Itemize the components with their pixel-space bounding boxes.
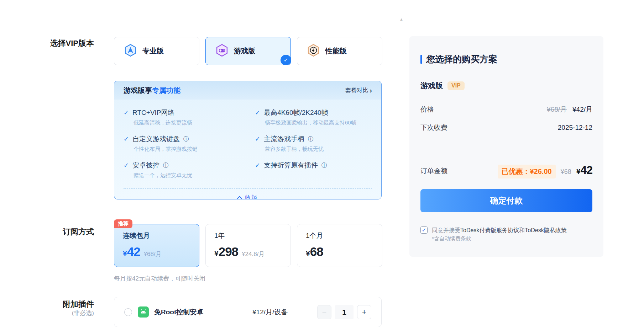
addon-row: 免Root控制安卓 ¥12/月/设备 − 1 + <box>114 297 382 327</box>
info-icon[interactable]: ⓘ <box>321 162 327 169</box>
privacy-policy-link[interactable]: ToDesk隐私政策 <box>525 227 566 233</box>
quantity-value[interactable]: 1 <box>335 305 354 319</box>
check-icon: ✓ <box>255 161 260 169</box>
feature-item: ✓ 支持折算原有插件 ⓘ <box>255 161 372 179</box>
version-option-performance[interactable]: 性能版 <box>297 37 382 65</box>
collapse-section-caret-icon[interactable]: ▲ <box>399 17 403 21</box>
collapse-button[interactable]: 收起 <box>239 193 257 199</box>
addon-section-label: 附加插件 <box>47 299 94 310</box>
plan-per-month: ¥24.8/月 <box>242 250 265 258</box>
selected-check-icon: ✓ <box>281 55 291 65</box>
vip-badge: VIP <box>447 81 465 90</box>
agreement-checkbox[interactable]: ✓ <box>420 226 428 234</box>
service-agreement-link[interactable]: ToDesk付费版服务协议 <box>460 227 519 233</box>
plan-price: 42 <box>127 245 140 259</box>
feature-title: 最高4K60帧/2K240帧 <box>264 108 328 117</box>
features-title-prefix: 游戏版享 <box>124 86 152 94</box>
feature-item: ✓ RTC+VIP网络 低延高清稳，连接更流畅 <box>124 108 255 126</box>
next-charge-label: 下次收费 <box>420 123 447 132</box>
features-title: 游戏版享专属功能 <box>124 86 180 95</box>
check-icon: ✓ <box>124 135 129 143</box>
discount-badge: 已优惠：¥26.00 <box>498 165 556 178</box>
plan-monthly-auto[interactable]: 推荐 连续包月 ¥42 ¥68/月 <box>114 224 199 267</box>
price-row: 价格 ¥68/月 ¥42/月 <box>420 105 592 114</box>
android-icon <box>138 306 149 318</box>
plan-yearly[interactable]: 1年 ¥298 ¥24.8/月 <box>205 224 291 267</box>
feature-title: 主流游戏手柄 <box>264 134 304 144</box>
chevron-up-icon <box>237 196 242 199</box>
price-label: 价格 <box>420 105 434 114</box>
feature-desc: 赠送一个，远控安卓无忧 <box>133 172 255 179</box>
order-amount: 42 <box>580 164 592 177</box>
agreement-text: 同意并接受ToDesk付费版服务协议和ToDesk隐私政策 <box>432 226 567 234</box>
feature-item: ✓ 最高4K60帧/2K240帧 畅享极致画质输出，移动最高支持60帧 <box>255 108 372 126</box>
plan-price: 68 <box>310 245 323 259</box>
feature-desc: 兼容多款手柄，畅玩无忧 <box>265 146 372 153</box>
plan-one-month[interactable]: 1个月 ¥68 <box>297 224 382 267</box>
feature-item: ✓ 自定义游戏键盘 ⓘ 个性化布局，掌控游戏按键 <box>124 134 255 153</box>
feature-item: ✓ 主流游戏手柄 ⓘ 兼容多款手柄，畅玩无忧 <box>255 134 372 153</box>
version-option-game[interactable]: 游戏版 ✓ <box>205 37 291 65</box>
feature-desc: 低延高清稳，连接更流畅 <box>133 119 255 126</box>
compare-plans-label: 套餐对比 <box>345 87 368 94</box>
quantity-decrease-button[interactable]: − <box>317 305 331 319</box>
order-currency-symbol: ¥ <box>576 167 581 176</box>
feature-title: 自定义游戏键盘 <box>132 134 180 144</box>
info-icon[interactable]: ⓘ <box>183 135 189 143</box>
version-option-pro[interactable]: 专业版 <box>114 37 199 65</box>
next-charge-row: 下次收费 2025-12-12 <box>420 123 592 132</box>
info-icon[interactable]: ⓘ <box>163 162 169 169</box>
vip-purchase-page: ▲ 选择VIP版本 专业版 游戏版 <box>0 0 644 336</box>
feature-title: RTC+VIP网络 <box>132 108 174 117</box>
chevron-right-icon: › <box>370 87 372 93</box>
price-current: ¥42/月 <box>572 105 592 114</box>
game-features-panel: 游戏版享专属功能 套餐对比 › ✓ RTC+VIP网络 低延高清稳，连接更流畅 … <box>114 81 382 199</box>
next-charge-date: 2025-12-12 <box>558 124 592 132</box>
order-original-price: ¥68 <box>561 168 571 176</box>
feature-title: 支持折算原有插件 <box>264 161 318 170</box>
price-original: ¥68/月 <box>547 105 567 114</box>
version-option-label: 专业版 <box>142 46 164 56</box>
agreement-conjunction: 和 <box>519 227 525 233</box>
version-option-label: 性能版 <box>325 46 347 56</box>
check-icon: ✓ <box>124 161 129 169</box>
subscription-plans: 推荐 连续包月 ¥42 ¥68/月 1年 ¥298 ¥24.8/月 1个月 <box>114 224 382 267</box>
plan-name: 1个月 <box>306 231 373 240</box>
feature-desc: 个性化布局，掌控游戏按键 <box>133 146 255 153</box>
order-amount-label: 订单金额 <box>420 166 447 176</box>
performance-hexagon-bolt-icon <box>307 44 320 58</box>
summary-title: 您选择的购买方案 <box>426 53 497 65</box>
addon-section-sublabel: (非必选) <box>47 309 94 317</box>
addon-name: 免Root控制安卓 <box>154 308 252 317</box>
plan-name: 连续包月 <box>123 231 190 240</box>
selected-plan-name: 游戏版 <box>420 81 443 91</box>
check-icon: ✓ <box>124 109 129 117</box>
features-grid: ✓ RTC+VIP网络 低延高清稳，连接更流畅 ✓ 最高4K60帧/2K240帧… <box>114 100 381 187</box>
quantity-stepper: − 1 + <box>317 305 371 319</box>
purchase-summary-panel: 您选择的购买方案 游戏版 VIP 价格 ¥68/月 ¥42/月 下次收费 202… <box>409 36 603 257</box>
recommend-badge: 推荐 <box>114 219 132 228</box>
collapse-label: 收起 <box>245 193 257 199</box>
plan-name: 1年 <box>214 231 282 240</box>
addon-radio[interactable] <box>124 308 132 316</box>
check-icon: ✓ <box>255 135 260 143</box>
compare-plans-link[interactable]: 套餐对比 › <box>345 87 372 94</box>
version-options: 专业版 游戏版 ✓ <box>114 37 382 65</box>
confirm-payment-button[interactable]: 确定付款 <box>420 189 592 212</box>
currency-symbol: ¥ <box>306 249 310 258</box>
plan-original-price: ¥68/月 <box>144 250 162 258</box>
game-hexagon-gamepad-icon <box>215 44 229 58</box>
agreement-row: ✓ 同意并接受ToDesk付费版服务协议和ToDesk隐私政策 <box>420 226 592 234</box>
features-header: 游戏版享专属功能 套餐对比 › <box>114 81 381 100</box>
top-divider <box>0 17 644 17</box>
version-section-label: 选择VIP版本 <box>47 38 94 49</box>
currency-symbol: ¥ <box>123 249 127 258</box>
agreement-prefix: 同意并接受 <box>432 227 460 233</box>
quantity-increase-button[interactable]: + <box>357 305 371 319</box>
version-option-label: 游戏版 <box>234 46 255 56</box>
info-icon[interactable]: ⓘ <box>308 135 314 143</box>
collapse-row: 收起 <box>124 188 372 199</box>
feature-title: 安卓被控 <box>132 161 159 170</box>
pro-hexagon-arrow-icon <box>124 44 137 58</box>
addon-price: ¥12/月/设备 <box>252 308 288 317</box>
